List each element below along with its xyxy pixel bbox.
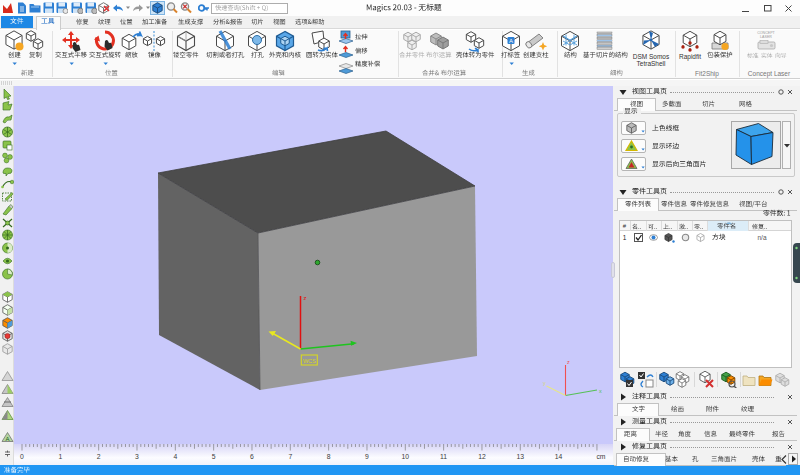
svg-text:WCS: WCS bbox=[303, 358, 316, 364]
svg-text:y: y bbox=[543, 380, 546, 386]
svg-text:z: z bbox=[567, 359, 570, 365]
svg-text:z: z bbox=[304, 295, 307, 301]
svg-text:A: A bbox=[509, 38, 513, 44]
svg-text:A: A bbox=[5, 436, 9, 442]
svg-text:x: x bbox=[599, 388, 602, 394]
